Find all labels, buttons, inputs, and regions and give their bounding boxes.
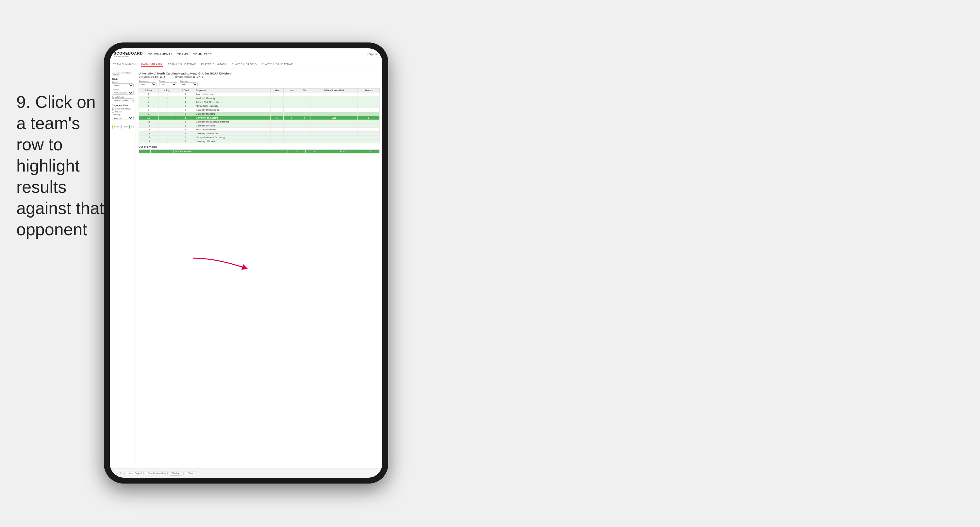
radio-dot-opponents: [112, 107, 114, 110]
tablet-shell: SCOREBOARD Powered by clippi TOURNAMENTS…: [104, 43, 388, 484]
nav-tournaments[interactable]: TOURNAMENTS: [148, 53, 173, 56]
col-diff: Diff Av Strokes/Rnd: [310, 89, 358, 92]
filter-opponent-label: Opponent: [180, 80, 198, 82]
colour-by-label: Colour by: [112, 114, 134, 116]
legend-down-dot: [112, 124, 113, 129]
grid-area: University of North Carolina Head-to-Hea…: [136, 69, 382, 468]
filter-opponent-group: Opponent (All): [180, 80, 198, 86]
save-custom-view-button[interactable]: Save Custom View: [146, 471, 168, 475]
radio-dot-top100: [112, 110, 114, 113]
view-original-button[interactable]: View: Original: [127, 471, 144, 475]
table-row[interactable]: 9-3University of Arizona: [139, 112, 380, 116]
out-tie: 0: [305, 150, 323, 154]
filter-opponents-label: Opponents:: [138, 80, 156, 82]
filter-opponent-select[interactable]: (All): [180, 82, 198, 86]
table-row[interactable]: 15-2University of Oklahoma: [139, 132, 380, 135]
nav-committee[interactable]: COMMITTEE: [193, 53, 212, 56]
bottom-toolbar: ↩ ↪ ↻ | View: Original Save Custom View …: [110, 468, 382, 478]
col-loss: Loss: [284, 89, 299, 92]
out-of-division-table: NCAA Division II 1 0 0 26.00 3: [138, 149, 380, 154]
last-updated: Last Updated: 27/03/2024 16:55:38: [112, 72, 134, 76]
gender-label: Gender: [112, 81, 134, 83]
school-label: School (Rank): [112, 96, 134, 98]
app-logo: SCOREBOARD Powered by clippi: [114, 51, 143, 57]
out-label: NCAA Division II: [173, 150, 270, 154]
tab-bar: TEAM SUMMARY TEAM H2H GRID TEAM H2H HEAT…: [110, 60, 382, 69]
table-row[interactable]: 14-1Texas Tech University: [139, 128, 380, 132]
filter-row: Opponents: (All) Region (All) Opponent: [138, 80, 380, 86]
logo-subtitle: Powered by clippi: [114, 55, 143, 57]
col-win: Win: [270, 89, 283, 92]
col-rank: # Rank: [139, 89, 159, 92]
tab-team-h2h-grid[interactable]: TEAM H2H GRID: [141, 62, 163, 67]
tab-player-h2h-grid[interactable]: PLAYER H2H GRID: [232, 63, 257, 66]
toolbar-undo-icon[interactable]: ↩: [112, 472, 115, 475]
toolbar-redo-icon[interactable]: ↪: [116, 472, 118, 475]
filter-region-group: Region (All): [159, 80, 177, 86]
legend-up-label: Up: [131, 126, 134, 128]
watch-button[interactable]: Watch ▾: [170, 471, 181, 476]
table-row[interactable]: 16-3University of Florida: [139, 140, 380, 143]
logo-title: SCOREBOARD: [114, 51, 143, 55]
nav-teams[interactable]: TEAMS: [177, 53, 188, 56]
toolbar-separator-1: |: [124, 472, 125, 475]
division-select[interactable]: NCAA Division I: [112, 91, 134, 95]
col-tie: Tie: [299, 89, 310, 92]
table-row[interactable]: 4-1Arizona State University: [139, 100, 380, 104]
out-diff: 26.00: [323, 150, 362, 154]
tab-player-h2h-heatmap[interactable]: PLAYER H2H HEATMAP: [262, 63, 293, 66]
nav-links: TOURNAMENTS TEAMS COMMITTEE: [148, 53, 367, 56]
table-row[interactable]: 2-1Auburn University: [139, 92, 380, 96]
legend: Down Level Up: [112, 124, 134, 129]
table-row[interactable]: 11-5University of Alabama3002.618: [139, 116, 380, 120]
tab-team-summary[interactable]: TEAM SUMMARY: [113, 63, 135, 66]
radio-top100[interactable]: Top 100: [112, 110, 134, 113]
step-text: Click on a team's row to highlight resul…: [16, 92, 104, 239]
division-label: Division: [112, 89, 134, 91]
gender-select[interactable]: Men's: [112, 83, 134, 87]
tab-team-h2h-heatmap[interactable]: TEAM H2H HEATMAP: [168, 63, 196, 66]
legend-down-label: Down: [114, 126, 119, 128]
grid-title: University of North Carolina Head-to-Hea…: [138, 72, 380, 75]
filter-region-label: Region: [159, 80, 177, 82]
filter-region-select[interactable]: (All): [159, 82, 177, 86]
school-input[interactable]: University of Nort...: [112, 98, 134, 102]
share-button[interactable]: Share: [186, 471, 196, 475]
out-loss: 0: [288, 150, 305, 154]
nav-bar: SCOREBOARD Powered by clippi TOURNAMENTS…: [110, 48, 382, 60]
team-section-title: Team: [112, 78, 134, 80]
table-row[interactable]: 12-6University of Arkansas, Fayetteville: [139, 120, 380, 124]
sign-out-link[interactable]: | Sign out: [367, 53, 379, 56]
out-of-division-row[interactable]: NCAA Division II 1 0 0 26.00 3: [139, 150, 380, 154]
tab-player-summary[interactable]: PLAYER SUMMARY: [201, 63, 226, 66]
legend-level-dot: [121, 124, 122, 129]
main-content: Last Updated: 27/03/2024 16:55:38 Team G…: [110, 69, 382, 468]
filter-opponents-select[interactable]: (All): [138, 82, 156, 86]
instruction-text: 9. Click on a team's row to highlight re…: [16, 91, 108, 240]
col-conf: # Conf: [176, 89, 195, 92]
table-row[interactable]: 8-2University of Washington: [139, 108, 380, 112]
table-row[interactable]: 6-2Florida State University: [139, 104, 380, 108]
out-of-division-title: Out of division: [138, 145, 380, 148]
filter-opponents-group: Opponents: (All): [138, 80, 156, 86]
out-rounds: 3: [362, 150, 379, 154]
out-win: 1: [270, 150, 288, 154]
radio-opponents-played[interactable]: Opponents Played: [112, 107, 134, 110]
legend-up-dot: [129, 124, 130, 129]
division-record-label: Division Record: 88 - 17 - 0: [175, 76, 203, 78]
col-opponent: Opponent: [195, 89, 270, 92]
tablet-screen: SCOREBOARD Powered by clippi TOURNAMENTS…: [110, 48, 382, 478]
table-row[interactable]: 3-2Vanderbilt University: [139, 96, 380, 100]
sidebar: Last Updated: 27/03/2024 16:55:38 Team G…: [110, 69, 136, 468]
grid-records: Overall Record: 89 - 17 - 0 Division Rec…: [138, 76, 380, 78]
legend-level-label: Level: [123, 126, 127, 128]
col-rounds: Rounds: [358, 89, 380, 92]
table-row[interactable]: 13-3University of Virginia: [139, 124, 380, 128]
h2h-table: # Rank # Reg # Conf Opponent Win Loss Ti…: [138, 88, 380, 143]
step-number: 9.: [16, 92, 30, 111]
colour-by-select[interactable]: Win/loss: [112, 116, 134, 120]
toolbar-separator-2: |: [183, 472, 184, 475]
table-row[interactable]: 16-4Georgia Institute of Technology: [139, 135, 380, 140]
toolbar-refresh-icon[interactable]: ↻: [120, 472, 122, 475]
overall-record-label: Overall Record: 89 - 17 - 0: [138, 76, 165, 78]
